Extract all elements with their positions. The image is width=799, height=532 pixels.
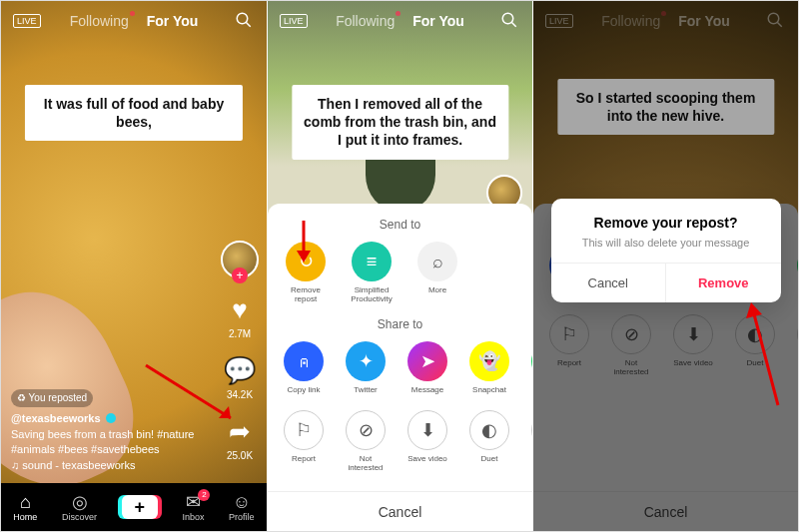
top-bar: LIVE Following For You bbox=[1, 13, 267, 29]
remove-repost-icon: ↻ bbox=[286, 242, 326, 281]
share-to-header: Share to bbox=[268, 317, 532, 331]
nav-profile[interactable]: ☺ Profile bbox=[229, 493, 255, 522]
author-username[interactable]: @texasbeeworks bbox=[11, 412, 101, 424]
live-badge[interactable]: LIVE bbox=[280, 14, 308, 28]
inbox-badge: 2 bbox=[198, 489, 210, 501]
live-badge[interactable]: LIVE bbox=[13, 14, 41, 28]
author-avatar[interactable]: + bbox=[221, 241, 259, 278]
follow-plus-icon[interactable]: + bbox=[232, 267, 248, 283]
simplified-productivity-label: Simplified Productivity bbox=[350, 285, 394, 303]
action-row: ⚐Report⊘Not interested⬇Save video◐Duet▭S… bbox=[268, 410, 532, 472]
comment-icon: 💬 bbox=[223, 353, 257, 387]
panel-feed: LIVE Following For You It was full of fo… bbox=[1, 1, 267, 531]
notification-dot bbox=[396, 11, 400, 16]
more-option[interactable]: ⌕More bbox=[415, 242, 459, 303]
save-video-option[interactable]: ⬇Save video bbox=[407, 410, 447, 472]
compass-icon: ◎ bbox=[72, 493, 88, 511]
stitch-option[interactable]: ▭Stitch bbox=[531, 410, 532, 472]
duet-label: Duet bbox=[481, 454, 498, 463]
not-interested-label: Not interested bbox=[346, 454, 386, 472]
svg-line-5 bbox=[511, 22, 516, 27]
share-button[interactable]: ➦ 25.0K bbox=[223, 414, 257, 461]
svg-point-4 bbox=[502, 13, 513, 24]
more-icon: ⌕ bbox=[417, 242, 457, 281]
dialog-buttons: Cancel Remove bbox=[551, 263, 781, 302]
reposted-badge: ♻ You reposted bbox=[11, 389, 93, 407]
not-interested-option[interactable]: ⊘Not interested bbox=[346, 410, 386, 472]
tab-following-label: Following bbox=[336, 13, 395, 29]
profile-icon: ☺ bbox=[233, 493, 251, 511]
heart-icon: ♥ bbox=[223, 292, 257, 326]
tab-following[interactable]: Following bbox=[70, 13, 129, 29]
tab-following-label: Following bbox=[70, 13, 129, 29]
share-to-row: ⩀Copy link✦Twitter➤Message👻Snapchat✉SMS bbox=[268, 341, 532, 394]
simplified-productivity-option[interactable]: ≡Simplified Productivity bbox=[350, 242, 394, 303]
dialog-message: This will also delete your message bbox=[551, 237, 781, 263]
stitch-icon: ▭ bbox=[531, 410, 532, 450]
nav-create[interactable]: + bbox=[122, 495, 158, 519]
verified-icon bbox=[106, 413, 116, 423]
report-icon: ⚐ bbox=[284, 410, 324, 450]
comment-count: 34.2K bbox=[227, 389, 253, 400]
video-description: Saving bees from a trash bin! #nature #a… bbox=[11, 428, 194, 455]
tab-for-you[interactable]: For You bbox=[147, 13, 199, 29]
sheet-cancel-button[interactable]: Cancel bbox=[268, 491, 532, 531]
remove-repost-label: Remove repost bbox=[284, 285, 328, 303]
like-button[interactable]: ♥ 2.7M bbox=[223, 292, 257, 339]
avatar-icon: + bbox=[221, 241, 259, 278]
snapchat-option[interactable]: 👻Snapchat bbox=[469, 341, 509, 394]
sms-icon: ✉ bbox=[531, 341, 532, 381]
message-icon: ➤ bbox=[407, 341, 447, 381]
svg-point-0 bbox=[237, 13, 248, 24]
snapchat-label: Snapchat bbox=[472, 385, 506, 394]
message-label: Message bbox=[411, 385, 443, 394]
snapchat-icon: 👻 bbox=[469, 341, 509, 381]
send-to-row: ↻Remove repost≡Simplified Productivity⌕M… bbox=[268, 242, 532, 303]
nav-inbox-label: Inbox bbox=[182, 512, 204, 522]
send-to-header: Send to bbox=[268, 218, 532, 232]
report-label: Report bbox=[292, 454, 316, 463]
home-icon: ⌂ bbox=[20, 493, 31, 511]
bottom-nav: ⌂ Home ◎ Discover + ✉ 2 Inbox ☺ Profile bbox=[1, 483, 267, 531]
share-arrow-icon: ➦ bbox=[223, 414, 257, 448]
sound-label[interactable]: ♫ sound - texasbeeworks bbox=[11, 459, 135, 471]
nav-profile-label: Profile bbox=[229, 512, 255, 522]
dialog-title: Remove your repost? bbox=[551, 199, 781, 237]
comment-button[interactable]: 💬 34.2K bbox=[223, 353, 257, 400]
remove-repost-dialog: Remove your repost? This will also delet… bbox=[551, 199, 781, 302]
save-video-icon: ⬇ bbox=[407, 410, 447, 450]
panel-share-sheet: LIVE Following For You Then I removed al… bbox=[267, 1, 532, 531]
twitter-icon: ✦ bbox=[346, 341, 386, 381]
nav-home-label: Home bbox=[13, 512, 37, 522]
twitter-option[interactable]: ✦Twitter bbox=[346, 341, 386, 394]
video-caption-overlay: Then I removed all of the comb from the … bbox=[292, 85, 508, 160]
dialog-cancel-button[interactable]: Cancel bbox=[551, 264, 666, 302]
dialog-remove-button[interactable]: Remove bbox=[665, 264, 781, 302]
nav-discover[interactable]: ◎ Discover bbox=[62, 493, 97, 522]
svg-line-1 bbox=[246, 22, 251, 27]
more-label: More bbox=[428, 285, 446, 294]
remove-repost-option[interactable]: ↻Remove repost bbox=[284, 242, 328, 303]
nav-inbox[interactable]: ✉ 2 Inbox bbox=[182, 493, 204, 522]
tab-following[interactable]: Following bbox=[336, 13, 395, 29]
search-icon[interactable] bbox=[500, 11, 518, 32]
not-interested-icon: ⊘ bbox=[346, 410, 386, 450]
twitter-label: Twitter bbox=[354, 385, 378, 394]
search-icon[interactable] bbox=[235, 11, 253, 32]
nav-discover-label: Discover bbox=[62, 512, 97, 522]
copy-link-option[interactable]: ⩀Copy link bbox=[284, 341, 324, 394]
tab-for-you[interactable]: For You bbox=[412, 13, 464, 29]
right-action-rail: + ♥ 2.7M 💬 34.2K ➦ 25.0K bbox=[221, 241, 259, 461]
duet-option[interactable]: ◐Duet bbox=[469, 410, 509, 472]
video-caption-overlay: It was full of food and baby bees, bbox=[25, 85, 243, 141]
video-meta: ♻ You reposted @texasbeeworks Saving bee… bbox=[11, 389, 197, 473]
report-option[interactable]: ⚐Report bbox=[284, 410, 324, 472]
copy-link-icon: ⩀ bbox=[284, 341, 324, 381]
nav-home[interactable]: ⌂ Home bbox=[13, 493, 37, 522]
copy-link-label: Copy link bbox=[288, 385, 321, 394]
share-sheet: Send to ↻Remove repost≡Simplified Produc… bbox=[268, 204, 532, 531]
sms-option[interactable]: ✉SMS bbox=[531, 341, 532, 394]
message-option[interactable]: ➤Message bbox=[407, 341, 447, 394]
save-video-label: Save video bbox=[407, 454, 447, 463]
top-bar: LIVE Following For You bbox=[268, 13, 532, 29]
